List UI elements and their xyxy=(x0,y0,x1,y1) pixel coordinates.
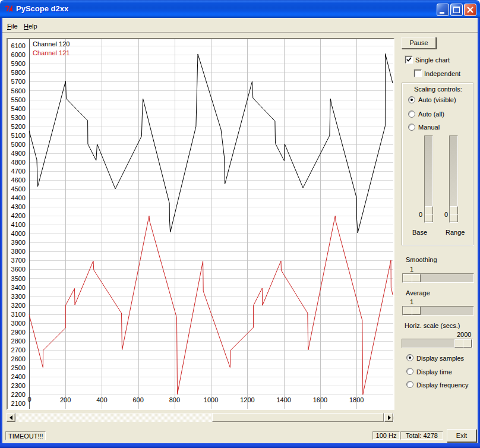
svg-text:3200: 3200 xyxy=(11,302,26,309)
svg-text:3800: 3800 xyxy=(11,248,26,255)
svg-text:4100: 4100 xyxy=(11,221,26,228)
svg-text:4800: 4800 xyxy=(11,159,26,166)
svg-text:3500: 3500 xyxy=(11,275,26,282)
svg-text:4600: 4600 xyxy=(11,176,26,184)
svg-text:2600: 2600 xyxy=(11,355,26,362)
svg-text:3400: 3400 xyxy=(11,284,26,291)
svg-text:3600: 3600 xyxy=(11,266,26,273)
svg-text:200: 200 xyxy=(60,396,71,403)
svg-text:5100: 5100 xyxy=(11,132,26,139)
svg-text:1400: 1400 xyxy=(276,396,290,403)
svg-text:5400: 5400 xyxy=(11,105,26,112)
svg-text:2500: 2500 xyxy=(11,364,26,371)
svg-text:2800: 2800 xyxy=(11,337,26,345)
svg-text:4000: 4000 xyxy=(11,230,26,237)
svg-text:5900: 5900 xyxy=(11,60,26,67)
svg-text:4700: 4700 xyxy=(11,168,26,175)
svg-text:2700: 2700 xyxy=(11,346,26,354)
svg-text:2400: 2400 xyxy=(11,373,26,380)
svg-text:4300: 4300 xyxy=(11,203,26,210)
svg-text:5600: 5600 xyxy=(11,87,26,94)
svg-text:3300: 3300 xyxy=(11,293,26,300)
svg-text:3000: 3000 xyxy=(11,320,26,327)
svg-text:Channel 120: Channel 120 xyxy=(33,40,70,48)
svg-text:5300: 5300 xyxy=(11,114,26,121)
svg-text:400: 400 xyxy=(96,396,107,403)
svg-text:600: 600 xyxy=(132,396,143,403)
svg-text:6100: 6100 xyxy=(11,42,26,49)
svg-text:2300: 2300 xyxy=(11,382,26,389)
svg-text:5200: 5200 xyxy=(11,123,26,130)
svg-text:2100: 2100 xyxy=(11,400,26,407)
svg-text:3700: 3700 xyxy=(11,257,26,264)
svg-text:4500: 4500 xyxy=(11,185,26,193)
svg-text:1200: 1200 xyxy=(240,396,254,403)
svg-text:0: 0 xyxy=(28,396,31,403)
svg-text:5700: 5700 xyxy=(11,78,26,85)
svg-text:800: 800 xyxy=(169,396,180,403)
svg-text:5000: 5000 xyxy=(11,141,26,148)
svg-text:5500: 5500 xyxy=(11,96,26,103)
svg-text:5800: 5800 xyxy=(11,69,26,76)
svg-text:2200: 2200 xyxy=(11,391,26,398)
svg-text:1800: 1800 xyxy=(349,396,364,403)
svg-text:4400: 4400 xyxy=(11,194,26,201)
svg-text:4200: 4200 xyxy=(11,212,26,219)
svg-text:3900: 3900 xyxy=(11,239,26,246)
svg-text:2900: 2900 xyxy=(11,329,26,336)
svg-text:3100: 3100 xyxy=(11,311,26,318)
svg-text:1600: 1600 xyxy=(313,396,327,403)
svg-text:Channel 121: Channel 121 xyxy=(33,49,70,56)
svg-text:1000: 1000 xyxy=(204,396,218,403)
svg-text:6000: 6000 xyxy=(11,51,26,58)
svg-text:4900: 4900 xyxy=(11,150,26,157)
